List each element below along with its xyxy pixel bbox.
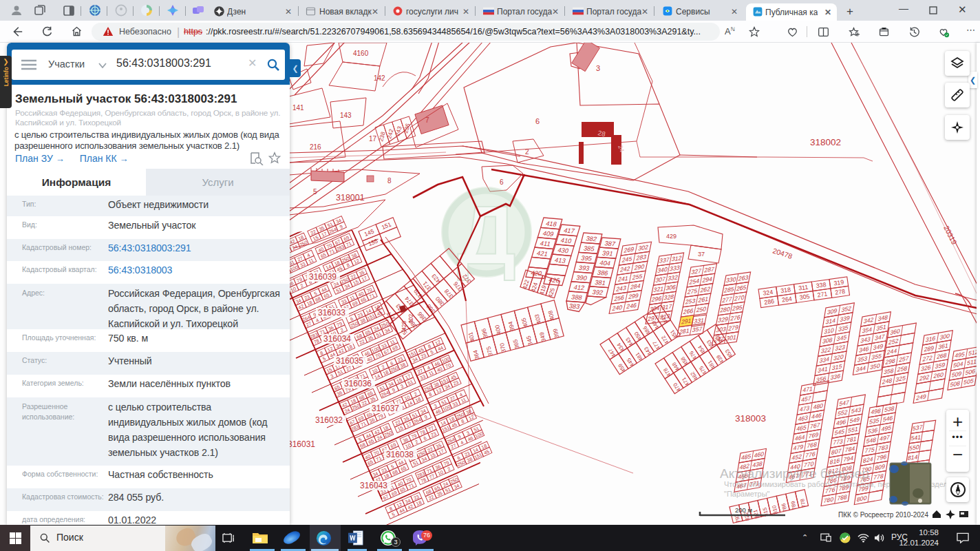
svg-text:421: 421 bbox=[536, 249, 549, 258]
svg-text:430: 430 bbox=[557, 246, 570, 254]
svg-text:413: 413 bbox=[554, 256, 567, 264]
svg-text:412: 412 bbox=[573, 284, 586, 291]
svg-text:316037: 316037 bbox=[372, 404, 399, 413]
svg-text:390: 390 bbox=[575, 274, 588, 282]
svg-text:Д: Д bbox=[457, 189, 516, 281]
svg-text:200 м: 200 м bbox=[735, 506, 752, 514]
svg-text:316039: 316039 bbox=[309, 272, 337, 282]
svg-text:417: 417 bbox=[563, 227, 576, 235]
svg-text:141: 141 bbox=[292, 104, 304, 112]
svg-text:381: 381 bbox=[594, 279, 606, 287]
svg-text:142: 142 bbox=[374, 74, 385, 82]
svg-text:17: 17 bbox=[369, 135, 377, 143]
svg-text:383: 383 bbox=[568, 302, 581, 310]
svg-text:316036: 316036 bbox=[344, 379, 372, 388]
svg-text:428: 428 bbox=[401, 321, 407, 331]
svg-text:316033: 316033 bbox=[318, 308, 345, 318]
svg-text:"Параметры": "Параметры" bbox=[724, 490, 770, 498]
svg-text:2: 2 bbox=[525, 148, 529, 156]
svg-text:324: 324 bbox=[763, 289, 774, 297]
svg-text:319: 319 bbox=[833, 278, 844, 287]
svg-text:8: 8 bbox=[387, 177, 392, 185]
svg-text:3: 3 bbox=[596, 64, 600, 72]
svg-text:7: 7 bbox=[425, 116, 429, 124]
svg-text:4160: 4160 bbox=[353, 50, 369, 57]
svg-text:382: 382 bbox=[585, 235, 597, 242]
svg-text:385: 385 bbox=[583, 245, 595, 253]
svg-text:316038: 316038 bbox=[386, 450, 414, 459]
svg-text:395: 395 bbox=[580, 255, 593, 262]
svg-text:37: 37 bbox=[698, 251, 705, 258]
svg-text:386: 386 bbox=[597, 269, 609, 277]
svg-text:409: 409 bbox=[542, 229, 555, 238]
svg-text:6: 6 bbox=[500, 178, 504, 186]
svg-text:316043: 316043 bbox=[360, 481, 387, 490]
svg-text:392: 392 bbox=[592, 289, 604, 296]
svg-text:418: 418 bbox=[545, 220, 558, 228]
svg-text:391: 391 bbox=[601, 250, 614, 258]
svg-text:393: 393 bbox=[578, 264, 590, 272]
svg-text:286: 286 bbox=[764, 298, 775, 306]
svg-text:5: 5 bbox=[313, 188, 317, 196]
svg-text:316032: 316032 bbox=[315, 415, 343, 425]
svg-text:6: 6 bbox=[535, 117, 540, 125]
svg-text:338: 338 bbox=[816, 281, 827, 289]
svg-text:Актуализируйте браузер: Актуализируйте браузер bbox=[720, 466, 869, 481]
svg-text:316035: 316035 bbox=[336, 356, 363, 366]
svg-text:216: 216 bbox=[310, 143, 321, 151]
svg-text:264: 264 bbox=[781, 295, 792, 304]
svg-text:429: 429 bbox=[666, 233, 677, 240]
svg-text:318002: 318002 bbox=[810, 137, 841, 147]
svg-text:ПКК © Росреестр 2010-2024: ПКК © Росреестр 2010-2024 bbox=[838, 511, 928, 519]
svg-text:410: 410 bbox=[560, 236, 573, 245]
svg-text:271: 271 bbox=[817, 290, 828, 298]
svg-text:311: 311 bbox=[798, 284, 809, 292]
svg-text:305: 305 bbox=[799, 293, 810, 301]
svg-text:402: 402 bbox=[407, 314, 414, 324]
svg-text:143: 143 bbox=[340, 112, 352, 119]
svg-text:388: 388 bbox=[571, 293, 583, 301]
svg-text:318003: 318003 bbox=[735, 413, 766, 424]
svg-text:411: 411 bbox=[539, 239, 551, 247]
svg-text:278: 278 bbox=[835, 288, 846, 296]
svg-text:316034: 316034 bbox=[323, 334, 351, 344]
svg-text:404: 404 bbox=[599, 260, 611, 267]
svg-text:318: 318 bbox=[780, 286, 791, 294]
svg-text:316031: 316031 bbox=[288, 439, 315, 449]
svg-text:387: 387 bbox=[604, 240, 616, 247]
